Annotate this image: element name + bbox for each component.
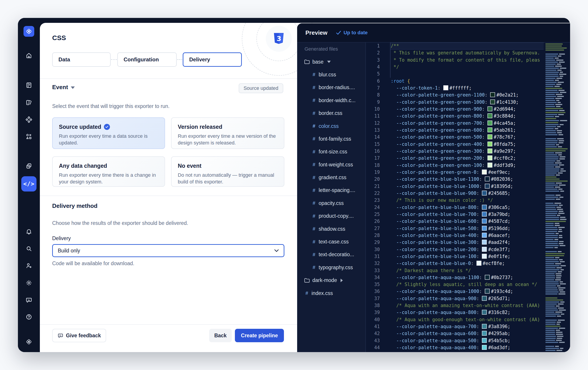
event-section-header[interactable]: Event bbox=[52, 84, 75, 91]
code-line-6: 6:root { bbox=[366, 78, 570, 85]
sidebar: </> bbox=[18, 18, 40, 352]
color-swatch bbox=[485, 177, 490, 181]
color-swatch bbox=[482, 219, 487, 223]
tree-file-product-copy[interactable]: #product-copy.... bbox=[297, 210, 366, 222]
tree-file-border-width-c[interactable]: #border-width.c... bbox=[297, 94, 366, 107]
tree-folder-base[interactable]: base bbox=[297, 55, 366, 68]
color-swatch bbox=[487, 148, 492, 153]
css-file-icon: # bbox=[311, 149, 317, 155]
sidebar-item-shapes[interactable] bbox=[18, 131, 40, 142]
color-swatch bbox=[487, 106, 492, 111]
delivery-helper-text: Code will be available for download. bbox=[52, 261, 134, 266]
line-number: 4 bbox=[366, 63, 380, 71]
event-option-any-data-changed[interactable]: Any data changed Run exporter every time… bbox=[52, 156, 165, 187]
tree-file-blur-css[interactable]: #blur.css bbox=[297, 68, 366, 81]
sidebar-item-docs[interactable] bbox=[18, 80, 40, 90]
file-tree: Generated filesbase#blur.css#border-radi… bbox=[297, 42, 366, 352]
event-option-description: Run exporter every time there is a chang… bbox=[59, 172, 160, 185]
event-option-version-released[interactable]: Version released Run exporter every time… bbox=[171, 117, 284, 149]
assets-icon bbox=[26, 99, 32, 106]
sidebar-item-settings[interactable] bbox=[18, 277, 40, 288]
color-swatch bbox=[482, 345, 487, 350]
color-swatch bbox=[476, 261, 482, 266]
tree-file-opacity-css[interactable]: #opacity.css bbox=[297, 197, 366, 210]
event-option-source-updated[interactable]: Source updated Run exporter every time a… bbox=[52, 117, 165, 149]
code-line-11: 11 --color-palette-green-green-800: #3c8… bbox=[366, 113, 570, 120]
line-number: 15 bbox=[366, 141, 380, 148]
screenshot-stage: 3 CSS DataConfigurationDelivery Event So… bbox=[0, 0, 588, 370]
tree-file-gradient-css[interactable]: #gradient.css bbox=[297, 171, 366, 184]
stepper-step-delivery[interactable]: Delivery bbox=[183, 53, 242, 67]
event-description: Select the event that will trigger this … bbox=[52, 103, 169, 109]
sidebar-item-duplicate[interactable] bbox=[18, 161, 40, 171]
css-file-icon: # bbox=[311, 175, 317, 180]
color-swatch bbox=[482, 310, 487, 315]
tree-folder-dark-mode[interactable]: dark-mode bbox=[297, 274, 366, 287]
search-icon bbox=[26, 245, 32, 252]
minimap[interactable] bbox=[544, 42, 570, 352]
code-editor[interactable]: 1/**2 * This file was generated automati… bbox=[366, 42, 570, 352]
line-number: 27 bbox=[366, 225, 380, 232]
tree-file-text-case-css[interactable]: #text-case.css bbox=[297, 235, 366, 248]
tree-file-border-radius[interactable]: #border-radius.... bbox=[297, 81, 366, 94]
tree-file-index-css[interactable]: #index.css bbox=[297, 287, 366, 299]
sidebar-item-code[interactable]: </> bbox=[21, 176, 36, 191]
line-number: 36 bbox=[366, 288, 380, 295]
sidebar-item-supernova-outline[interactable] bbox=[18, 336, 40, 347]
event-option-title: Version released bbox=[178, 124, 278, 130]
sidebar-item-invite-user[interactable] bbox=[18, 260, 40, 271]
event-option-title: No event bbox=[178, 163, 278, 169]
preview-title: Preview bbox=[305, 29, 327, 36]
sidebar-item-components[interactable] bbox=[18, 114, 40, 125]
tree-file-font-family-css[interactable]: #font-family.css bbox=[297, 133, 366, 145]
sidebar-item-assets[interactable] bbox=[18, 97, 40, 108]
tree-file-text-decoratio[interactable]: #text-decoratio... bbox=[297, 248, 366, 261]
css3-logo-icon: 3 bbox=[274, 33, 284, 46]
tree-file-font-weight-css[interactable]: #font-weight.css bbox=[297, 158, 366, 171]
sidebar-item-notifications[interactable] bbox=[18, 226, 40, 237]
delivery-select-value: Build only bbox=[58, 248, 80, 254]
line-number: 30 bbox=[366, 246, 380, 253]
color-swatch bbox=[487, 134, 492, 139]
preview-status: Up to date bbox=[336, 30, 368, 36]
home-icon bbox=[26, 52, 32, 59]
tree-file-border-css[interactable]: #border.css bbox=[297, 107, 366, 120]
give-feedback-button[interactable]: Give feedback bbox=[52, 329, 106, 342]
tree-file-shadow-css[interactable]: #shadow.css bbox=[297, 222, 366, 235]
sidebar-item-feedback[interactable] bbox=[18, 295, 40, 306]
back-button[interactable]: Back bbox=[209, 329, 232, 342]
create-pipeline-button[interactable]: Create pipeline bbox=[235, 329, 284, 342]
color-swatch bbox=[482, 226, 487, 231]
line-number: 13 bbox=[366, 127, 380, 134]
tree-file-typography-css[interactable]: #typography.css bbox=[297, 261, 366, 274]
line-number: 17 bbox=[366, 155, 380, 162]
tree-file-letter-spacing[interactable]: #letter-spacing.... bbox=[297, 184, 366, 197]
sidebar-item-supernova-logo[interactable] bbox=[23, 26, 34, 37]
folder-icon bbox=[304, 278, 310, 283]
sidebar-item-home[interactable] bbox=[18, 50, 40, 61]
css-file-icon: # bbox=[311, 85, 317, 90]
code-line-23: 23 /* This is our new main color :) */ bbox=[366, 197, 570, 204]
code-line-30: 30 --color-palette-blue-blue-200: #cde3f… bbox=[366, 246, 570, 253]
code-line-29: 29 --color-palette-blue-blue-300: #aad2f… bbox=[366, 239, 570, 246]
event-option-no-event[interactable]: No event Do not run automatically — trig… bbox=[171, 156, 284, 187]
tree-file-font-size-css[interactable]: #font-size.css bbox=[297, 145, 366, 158]
sidebar-item-help[interactable] bbox=[18, 312, 40, 322]
code-line-17: 17 --color-palette-green-green-200: #ccf… bbox=[366, 155, 570, 162]
code-line-8: 8 --color-palette-green-green-1100: #0e2… bbox=[366, 92, 570, 99]
code-line-42: 42 --color-palette-aqua-aqua-600: #4295a… bbox=[366, 330, 570, 337]
code-line-43: 43 --color-palette-aqua-aqua-500: #54b5c… bbox=[366, 337, 570, 344]
sidebar-item-search[interactable] bbox=[18, 243, 40, 254]
stepper-step-data[interactable]: Data bbox=[52, 53, 111, 67]
line-number: 26 bbox=[366, 218, 380, 225]
code-line-41: 41 --color-palette-aqua-aqua-700: #3a839… bbox=[366, 323, 570, 330]
color-swatch bbox=[482, 296, 487, 301]
color-swatch bbox=[487, 120, 492, 126]
stepper-step-configuration[interactable]: Configuration bbox=[117, 53, 177, 67]
tree-file-color-css[interactable]: #color.css bbox=[297, 120, 366, 132]
delivery-select[interactable]: Build only bbox=[52, 244, 284, 257]
line-number: 14 bbox=[366, 134, 380, 141]
color-swatch bbox=[482, 331, 487, 336]
line-number: 19 bbox=[366, 169, 380, 176]
css-file-icon: # bbox=[311, 239, 317, 245]
